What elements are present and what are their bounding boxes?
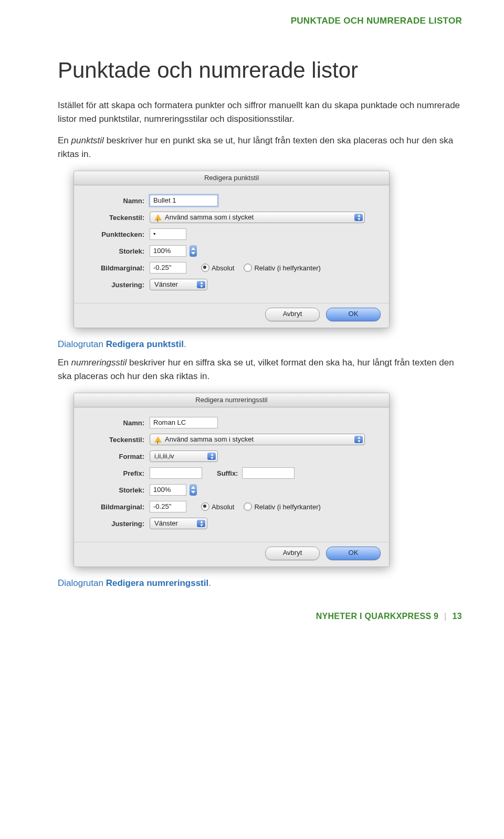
bulletstyle-paragraph: En punktstil beskriver hur en punkt ska … <box>58 134 462 162</box>
size-input[interactable]: 100% <box>150 484 186 496</box>
name-input[interactable]: Roman LC <box>150 417 218 428</box>
warning-icon <box>154 436 162 443</box>
footer-divider: | <box>444 612 447 621</box>
ok-button[interactable]: OK <box>326 308 381 321</box>
edit-bullet-style-dialog: Redigera punktstil Namn: Bullet 1 Tecken… <box>74 171 390 328</box>
prefix-label: Prefix: <box>87 469 150 477</box>
dialog2-caption: Dialogrutan Redigera numreringsstil. <box>58 576 462 590</box>
warning-icon <box>154 214 162 221</box>
absolute-radio[interactable] <box>201 502 209 511</box>
outset-input[interactable]: -0.25" <box>150 262 186 274</box>
size-label: Storlek: <box>87 486 150 494</box>
header-label: PUNKTADE OCH NUMRERADE LISTOR <box>58 16 462 26</box>
name-input[interactable]: Bullet 1 <box>150 195 218 206</box>
absolute-radio-label: Absolut <box>212 503 234 511</box>
ok-button[interactable]: OK <box>326 547 381 560</box>
outset-label: Bildmarginal: <box>87 264 150 272</box>
prefix-input[interactable] <box>150 467 202 479</box>
bulletchar-input[interactable]: • <box>150 228 186 240</box>
suffix-label: Suffix: <box>202 469 242 477</box>
charstyle-select[interactable]: Använd samma som i stycket ▲▼ <box>150 434 365 445</box>
format-label: Format: <box>87 453 150 460</box>
size-stepper[interactable] <box>190 484 197 496</box>
dialog-title: Redigera numreringsstil <box>74 393 389 407</box>
charstyle-select[interactable]: Använd samma som i stycket ▲▼ <box>150 212 365 223</box>
charstyle-label: Teckenstil: <box>87 214 150 222</box>
name-label: Namn: <box>87 419 150 427</box>
absolute-radio[interactable] <box>201 264 209 272</box>
footer: NYHETER I QUARKXPRESS 9 | 13 <box>58 612 462 621</box>
dialog-title: Redigera punktstil <box>74 171 389 185</box>
size-label: Storlek: <box>87 247 150 255</box>
bulletchar-label: Punkttecken: <box>87 230 150 238</box>
dialog1-caption: Dialogrutan Redigera punktstil. <box>58 338 462 351</box>
suffix-input[interactable] <box>242 467 295 479</box>
page-title: Punktade och numrerade listor <box>58 58 462 83</box>
outset-input[interactable]: -0.25" <box>150 501 186 512</box>
size-stepper[interactable] <box>190 245 197 257</box>
outset-label: Bildmarginal: <box>87 503 150 511</box>
intro-paragraph: Istället för att skapa och formatera pun… <box>58 99 462 127</box>
absolute-radio-label: Absolut <box>212 264 234 272</box>
align-label: Justering: <box>87 281 150 289</box>
relative-radio[interactable] <box>244 264 252 272</box>
charstyle-label: Teckenstil: <box>87 436 150 444</box>
align-select[interactable]: Vänster ▲▼ <box>150 279 207 290</box>
format-select[interactable]: i,ii,iii,iv ▲▼ <box>150 450 218 462</box>
size-input[interactable]: 100% <box>150 245 186 257</box>
name-label: Namn: <box>87 197 150 205</box>
relative-radio-label: Relativ (i helfyrkanter) <box>254 264 320 272</box>
cancel-button[interactable]: Avbryt <box>265 547 320 560</box>
page-number: 13 <box>453 612 462 621</box>
relative-radio-label: Relativ (i helfyrkanter) <box>254 503 320 511</box>
edit-numbering-style-dialog: Redigera numreringsstil Namn: Roman LC T… <box>74 393 390 567</box>
numberingstyle-paragraph: En numreringsstil beskriver hur en siffr… <box>58 356 462 384</box>
relative-radio[interactable] <box>244 502 252 511</box>
align-label: Justering: <box>87 520 150 528</box>
align-select[interactable]: Vänster ▲▼ <box>150 518 207 529</box>
cancel-button[interactable]: Avbryt <box>265 308 320 321</box>
